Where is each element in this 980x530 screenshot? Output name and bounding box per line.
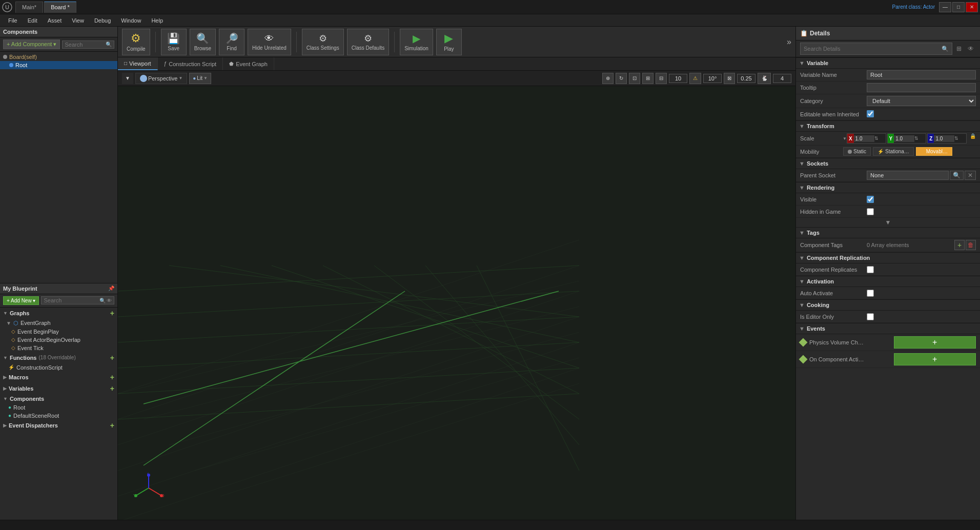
section-rendering[interactable]: ▼ Rendering (796, 182, 980, 193)
section-functions[interactable]: ▼ Functions (18 Overridable) + (0, 352, 117, 363)
snap2-value[interactable]: 10° (703, 74, 722, 83)
parent-socket-input[interactable] (867, 171, 949, 180)
snap1-btn[interactable]: ⊟ (656, 73, 667, 84)
section-transform[interactable]: ▼ Transform (796, 120, 980, 132)
close-button[interactable]: ✕ (966, 2, 978, 12)
bp-root[interactable]: ● Root (0, 403, 117, 412)
physics-event-add-btn[interactable]: + (894, 336, 976, 349)
speed-value[interactable]: 4 (773, 74, 791, 83)
mobility-movable-btn[interactable]: Movabl… (916, 147, 952, 156)
variable-name-input[interactable] (867, 70, 976, 79)
section-cooking[interactable]: ▼ Cooking (796, 299, 980, 311)
details-grid-button[interactable]: ⊞ (954, 45, 964, 52)
snap3-btn[interactable]: ⊠ (724, 73, 735, 84)
blueprint-search-input[interactable] (44, 297, 98, 303)
section-sockets[interactable]: ▼ Sockets (796, 158, 980, 169)
section-graphs[interactable]: ▼ Graphs + (0, 308, 117, 319)
bp-eventgraph[interactable]: ▼ ⬡ EventGraph (0, 319, 117, 328)
editable-checkbox[interactable] (867, 110, 874, 117)
add-new-button[interactable]: + Add New ▾ (3, 296, 39, 305)
tab-main[interactable]: Main* (15, 2, 43, 13)
section-tags[interactable]: ▼ Tags (796, 227, 980, 238)
section-replication[interactable]: ▼ Component Replication (796, 252, 980, 263)
tree-item-board-self[interactable]: Board(self) (0, 53, 117, 61)
details-eye-button[interactable]: 👁 (966, 45, 976, 52)
perspective-btn[interactable]: Perspective ▼ (135, 73, 187, 84)
move-btn[interactable]: ⊕ (602, 73, 614, 84)
tab-viewport[interactable]: □ Viewport (118, 57, 158, 70)
section-events[interactable]: ▼ Events (796, 323, 980, 334)
visible-checkbox[interactable] (867, 196, 874, 203)
browse-button[interactable]: 🔍 Browse (190, 29, 216, 55)
mobility-stationary-btn[interactable]: ⚡ Stationa… (873, 147, 914, 156)
hide-unrelated-button[interactable]: 👁 Hide Unrelated (248, 29, 291, 55)
parent-socket-clear-btn[interactable]: ✕ (965, 171, 976, 180)
viewport-menu-btn[interactable]: ▼ (122, 73, 133, 84)
minimize-button[interactable]: — (939, 2, 951, 12)
rotate-btn[interactable]: ↻ (616, 73, 627, 84)
menu-help[interactable]: Help (147, 16, 167, 25)
section-activation[interactable]: ▼ Activation (796, 276, 980, 287)
class-settings-button[interactable]: ⚙ Class Settings (302, 29, 344, 55)
menu-view[interactable]: View (68, 16, 88, 25)
editor-only-checkbox[interactable] (867, 313, 874, 320)
blueprint-eye-btn[interactable]: 👁 (107, 298, 112, 303)
snap3-value[interactable]: 0.25 (737, 74, 756, 83)
parent-socket-search-btn[interactable]: 🔍 (950, 171, 964, 180)
tab-board[interactable]: Board * (44, 2, 76, 13)
section-components[interactable]: ▼ Components (0, 394, 117, 403)
menu-asset[interactable]: Asset (44, 16, 66, 25)
component-replicates-checkbox[interactable] (867, 266, 874, 273)
macros-add-btn[interactable]: + (110, 373, 114, 381)
hidden-game-checkbox[interactable] (867, 208, 874, 215)
tab-construction[interactable]: ƒ Construction Script (158, 57, 223, 70)
menu-file[interactable]: File (4, 16, 22, 25)
compile-button[interactable]: ⚙ Compile (122, 29, 150, 55)
warn-btn[interactable]: ⚠ (689, 73, 701, 84)
snap1-value[interactable]: 10 (669, 74, 687, 83)
scale-x-input[interactable] (854, 135, 874, 142)
menu-debug[interactable]: Debug (90, 16, 115, 25)
maximize-button[interactable]: □ (952, 2, 965, 12)
details-search-input[interactable] (804, 46, 940, 52)
tags-add-button[interactable]: + (954, 240, 965, 250)
variables-add-btn[interactable]: + (110, 384, 114, 393)
section-variable[interactable]: ▼ Variable (796, 57, 980, 69)
tags-del-button[interactable]: 🗑 (966, 240, 976, 250)
section-macros[interactable]: ▶ Macros + (0, 372, 117, 383)
component-search-input[interactable] (65, 42, 105, 48)
add-component-button[interactable]: + Add Component ▾ (3, 39, 60, 49)
bp-event-tick[interactable]: ◇ Event Tick (0, 344, 117, 352)
bp-constructionscript[interactable]: ⚡ ConstructionScript (0, 363, 117, 372)
tab-eventgraph[interactable]: ⬟ Event Graph (223, 57, 274, 70)
class-defaults-button[interactable]: ⚙ Class Defaults (347, 29, 389, 55)
menu-edit[interactable]: Edit (24, 16, 42, 25)
event-dispatchers-add-btn[interactable]: + (110, 421, 114, 430)
rendering-more-arrow[interactable]: ▼ (796, 218, 980, 227)
scale-z-input[interactable] (934, 135, 954, 142)
category-select[interactable]: Default (867, 96, 976, 106)
scale-y-input[interactable] (894, 135, 914, 142)
menu-window[interactable]: Window (117, 16, 145, 25)
section-variables[interactable]: ▶ Variables + (0, 383, 117, 394)
find-button[interactable]: 🔎 Find (219, 29, 244, 55)
auto-activate-checkbox[interactable] (867, 290, 874, 297)
graphs-add-btn[interactable]: + (110, 309, 114, 317)
scale-ctrl-btn[interactable]: ⊡ (629, 73, 640, 84)
speed-btn[interactable]: 🐇 (758, 73, 771, 84)
coord-btn[interactable]: ⊞ (642, 73, 654, 84)
bp-event-actoroverlap[interactable]: ◇ Event ActorBeginOverlap (0, 336, 117, 344)
simulation-button[interactable]: ▶ Simulation (400, 29, 433, 55)
play-button[interactable]: ▶ Play (436, 29, 462, 55)
tooltip-input[interactable] (867, 83, 976, 92)
lit-btn[interactable]: ● Lit ▼ (189, 73, 211, 84)
expand-icon[interactable]: » (787, 37, 791, 46)
section-event-dispatchers[interactable]: ▶ Event Dispatchers + (0, 420, 117, 431)
functions-add-btn[interactable]: + (110, 354, 114, 362)
activation-event-add-btn[interactable]: + (894, 353, 976, 365)
bp-defaultsceneroot[interactable]: ● DefaultSceneRoot (0, 412, 117, 420)
my-blueprint-pin[interactable]: 📌 (108, 286, 114, 291)
scale-dropdown-arrow[interactable]: ▼ (843, 136, 847, 141)
tree-item-root[interactable]: Root (0, 61, 117, 69)
mobility-static-btn[interactable]: Static (843, 147, 871, 156)
